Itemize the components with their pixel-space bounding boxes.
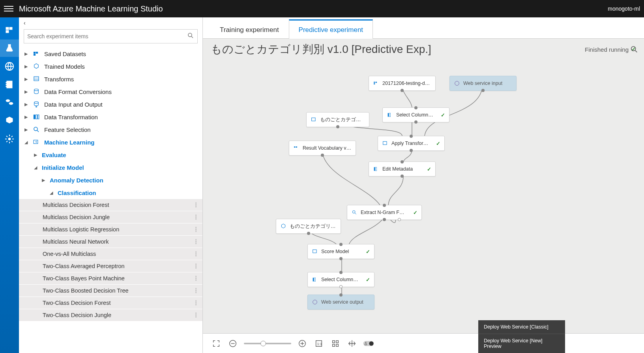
flask-toggle-button[interactable]	[363, 338, 374, 349]
module-leaf[interactable]: Two-Class Boosted Decision Tree┇	[19, 285, 202, 297]
svg-rect-2	[6, 30, 9, 33]
module-leaf[interactable]: One-vs-All Multiclass┇	[19, 248, 202, 260]
tree-trained-models[interactable]: ▶Trained Models	[19, 60, 202, 73]
search-icon[interactable]	[187, 32, 194, 41]
tree-classification[interactable]: ◢Classification	[19, 186, 202, 199]
grip-icon: ┇	[195, 227, 198, 232]
rail-models[interactable]	[0, 112, 19, 130]
main-area: Training experiment Predictive experimen…	[203, 17, 644, 353]
score-icon	[312, 248, 318, 255]
svg-rect-38	[376, 167, 377, 171]
node-select-columns-1[interactable]: Select Columns in Dataset ✓	[382, 107, 449, 122]
module-leaf[interactable]: Two-Class Bayes Point Machine┇	[19, 272, 202, 285]
module-leaf[interactable]: Multiclass Neural Network┇	[19, 236, 202, 248]
node-dataset[interactable]: 20171206-testing-deleted.csv	[369, 76, 436, 91]
svg-rect-4	[7, 81, 12, 88]
grip-icon: ┇	[195, 251, 198, 257]
ml-icon	[32, 138, 40, 146]
tree-data-io[interactable]: ▶Data Input and Output	[19, 98, 202, 111]
rail-experiments[interactable]	[0, 39, 19, 57]
zoom-out-button[interactable]	[227, 338, 238, 349]
pan-button[interactable]	[346, 338, 358, 349]
module-leaf[interactable]: Two-Class Averaged Perceptron┇	[19, 260, 202, 272]
node-ws-input[interactable]: Web service input	[449, 76, 517, 91]
svg-rect-53	[336, 340, 339, 343]
topbar: Microsoft Azure Machine Learning Studio …	[0, 0, 644, 17]
search-input[interactable]	[27, 33, 187, 39]
svg-point-30	[455, 81, 459, 86]
rail-notebooks[interactable]	[0, 76, 19, 93]
svg-rect-36	[296, 146, 297, 148]
metadata-icon	[373, 166, 379, 172]
node-edit-metadata[interactable]: Edit Metadata ✓	[369, 161, 436, 176]
svg-rect-15	[34, 54, 36, 56]
tree-initialize-model[interactable]: ◢Initialize Model	[19, 161, 202, 174]
dataformat-icon	[32, 88, 40, 96]
grip-icon: ┇	[195, 239, 198, 244]
tree-data-format[interactable]: ▶Data Format Conversions	[19, 85, 202, 98]
svg-line-26	[635, 51, 637, 53]
node-apply-transformation[interactable]: Apply Transformation ✓	[378, 136, 445, 151]
columns-icon	[387, 112, 393, 118]
svg-rect-41	[313, 250, 316, 253]
tree-transforms[interactable]: ▶Transforms	[19, 73, 202, 85]
svg-rect-33	[312, 118, 315, 121]
svg-point-11	[188, 33, 192, 37]
tree-anomaly-detection[interactable]: ▶Anomaly Detection	[19, 174, 202, 186]
svg-rect-34	[383, 141, 387, 145]
rail-web[interactable]	[0, 58, 19, 75]
deploy-classic-button[interactable]: Deploy Web Service [Classic]	[478, 320, 565, 334]
check-icon: ✓	[409, 210, 417, 216]
svg-rect-55	[336, 344, 339, 346]
node-select-columns-2[interactable]: Select Columns in Dataset ✓	[307, 272, 374, 287]
tree-data-transformation[interactable]: ▶Data Transformation	[19, 111, 202, 123]
tree-evaluate[interactable]: ▶Evaluate	[19, 148, 202, 161]
account-name[interactable]: monogoto-ml	[608, 6, 640, 12]
minimap-button[interactable]	[330, 338, 341, 349]
experiment-canvas[interactable]: 20171206-testing-deleted.csv Web service…	[203, 57, 644, 333]
tab-predictive[interactable]: Predictive experiment	[289, 19, 373, 39]
collapse-panel-button[interactable]: ‹	[19, 17, 202, 26]
zoom-slider[interactable]	[244, 343, 291, 344]
svg-line-12	[191, 36, 193, 38]
rail-datasets[interactable]	[0, 21, 19, 39]
svg-rect-20	[36, 115, 37, 119]
tab-training[interactable]: Training experiment	[210, 20, 289, 39]
svg-rect-29	[374, 83, 375, 84]
tree-machine-learning[interactable]: ◢Machine Learning	[19, 136, 202, 148]
rail-data[interactable]	[0, 94, 19, 111]
node-trained-model-2[interactable]: ものごとカテゴリ判別 v1.0 ...	[276, 219, 341, 234]
transform-icon	[311, 116, 317, 123]
zoom-in-button[interactable]	[297, 338, 308, 349]
module-leaf[interactable]: Two-Class Decision Forest┇	[19, 297, 202, 309]
svg-point-22	[34, 127, 37, 131]
node-ws-output[interactable]: Web service output	[307, 295, 374, 310]
fit-to-window-button[interactable]	[211, 338, 222, 349]
node-result-vocabulary[interactable]: Result Vocabulary v1.0	[289, 141, 356, 156]
check-icon: ✓	[362, 249, 370, 255]
search-box[interactable]	[24, 29, 198, 43]
experiment-title: ものごとカテゴリ判別 v1.0 [Predictive Exp.]	[211, 42, 585, 57]
grip-icon: ┇	[195, 202, 198, 208]
canvas-search-icon[interactable]	[630, 45, 638, 54]
deploy-menu: Deploy Web Service [Classic] Deploy Web …	[478, 320, 565, 353]
tree-feature-selection[interactable]: ▶Feature Selection	[19, 123, 202, 136]
node-score-model[interactable]: Score Model ✓	[307, 244, 374, 259]
rail-settings[interactable]	[0, 130, 19, 148]
columns-icon	[312, 276, 318, 283]
actual-size-button[interactable]: 1:1	[313, 338, 324, 349]
module-leaf[interactable]: Multiclass Decision Forest┇	[19, 199, 202, 211]
tree-saved-datasets[interactable]: ▶Saved Datasets	[19, 47, 202, 60]
node-extract-ngram[interactable]: Extract N-Gram Features fro... ✓	[347, 205, 422, 220]
svg-rect-35	[294, 146, 295, 148]
module-leaf[interactable]: Two-Class Decision Jungle┇	[19, 309, 202, 321]
deploy-new-button[interactable]: Deploy Web Service [New] Preview	[478, 334, 565, 353]
node-trained-model-1[interactable]: ものごとカテゴリ判別 v1.0 ...	[306, 112, 369, 127]
svg-rect-54	[333, 344, 335, 346]
grip-icon: ┇	[195, 276, 198, 281]
module-leaf[interactable]: Multiclass Logistic Regression┇	[19, 223, 202, 236]
module-leaf[interactable]: Multiclass Decision Jungle┇	[19, 211, 202, 223]
menu-icon[interactable]	[4, 4, 13, 13]
svg-rect-43	[315, 278, 316, 281]
check-icon: ✓	[437, 112, 445, 118]
